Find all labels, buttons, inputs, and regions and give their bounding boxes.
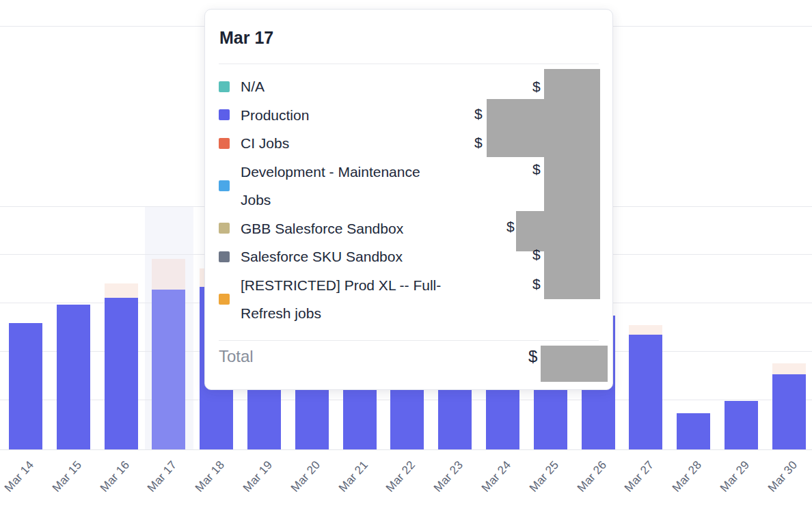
x-axis-label: Mar 20 bbox=[288, 458, 323, 495]
tooltip-redactions bbox=[205, 10, 612, 389]
x-axis-label: Mar 25 bbox=[527, 458, 562, 495]
bar-production-mar-30[interactable] bbox=[772, 374, 806, 449]
bar-production-mar-17[interactable] bbox=[152, 290, 185, 449]
currency-sign: $ bbox=[532, 277, 541, 291]
x-axis-label: Mar 15 bbox=[50, 458, 85, 495]
currency-sign: $ bbox=[532, 247, 541, 262]
redacted-value bbox=[487, 99, 544, 157]
x-axis-label: Mar 26 bbox=[575, 458, 610, 495]
cost-bar-chart: Mar 14Mar 15Mar 16Mar 17Mar 18Mar 19Mar … bbox=[0, 0, 812, 515]
x-axis-label: Mar 14 bbox=[2, 458, 37, 495]
bar-cap-mar-17[interactable] bbox=[152, 259, 185, 290]
redacted-value bbox=[544, 69, 600, 299]
x-axis-label: Mar 18 bbox=[193, 458, 228, 495]
chart-tooltip: Mar 17 N/AProductionCI JobsDevelopment -… bbox=[204, 9, 613, 390]
bar-cap-mar-30[interactable] bbox=[772, 363, 806, 374]
bar-production-mar-14[interactable] bbox=[9, 323, 42, 449]
currency-sign: $ bbox=[506, 219, 515, 234]
x-axis-label: Mar 21 bbox=[336, 458, 371, 495]
x-axis-label: Mar 17 bbox=[145, 458, 180, 495]
currency-sign: $ bbox=[474, 135, 483, 150]
bar-cap-mar-16[interactable] bbox=[105, 283, 138, 298]
currency-sign: $ bbox=[474, 107, 483, 121]
bar-production-mar-29[interactable] bbox=[725, 401, 758, 449]
x-axis-label: Mar 27 bbox=[622, 458, 657, 495]
x-axis-label: Mar 16 bbox=[98, 458, 133, 495]
x-axis-label: Mar 24 bbox=[479, 458, 514, 495]
bar-cap-mar-27[interactable] bbox=[629, 325, 662, 335]
currency-sign: $ bbox=[532, 162, 541, 176]
x-axis-label: Mar 28 bbox=[670, 458, 705, 495]
x-axis-line bbox=[0, 449, 812, 450]
x-axis-label: Mar 19 bbox=[241, 458, 275, 495]
x-axis-label: Mar 22 bbox=[383, 458, 418, 495]
bar-production-mar-15[interactable] bbox=[57, 305, 90, 449]
x-axis-label: Mar 30 bbox=[766, 458, 800, 495]
x-axis-label: Mar 23 bbox=[431, 458, 466, 495]
x-axis-label: Mar 29 bbox=[718, 458, 753, 495]
bar-production-mar-27[interactable] bbox=[629, 335, 662, 449]
currency-sign: $ bbox=[532, 79, 541, 94]
bar-production-mar-16[interactable] bbox=[105, 298, 138, 449]
redacted-value bbox=[516, 211, 544, 251]
redacted-value bbox=[541, 346, 608, 382]
bar-production-mar-28[interactable] bbox=[677, 413, 710, 449]
